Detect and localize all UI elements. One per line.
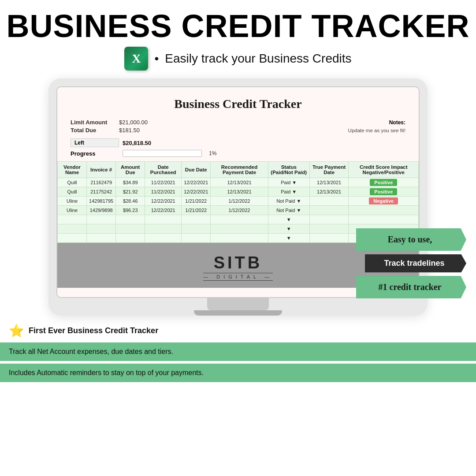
cell-impact <box>349 206 419 215</box>
col-date-purchased: Date Purchased <box>145 162 182 178</box>
cell-due-date: 12/22/2021 <box>182 187 211 197</box>
cell-status: Paid ▼ <box>268 178 309 187</box>
col-due-date: Due Date <box>182 162 211 178</box>
cell-rec-payment: 12/13/2021 <box>211 187 268 197</box>
col-invoice: Invoice # <box>87 162 116 178</box>
cell-invoice: 1429/9898 <box>87 206 116 215</box>
subtitle-row: • Easily track your Business Credits <box>0 47 476 71</box>
subtitle-text: Easily track your Business Credits <box>165 52 351 66</box>
cell-true-payment: 12/13/2021 <box>309 187 349 197</box>
table-row: Quill 21162479 $34.89 11/22/2021 12/22/2… <box>58 178 419 187</box>
main-title: BUSINESS CREDIT TRACKER <box>0 0 476 47</box>
green-bar-1: Track all Net Account expenses, due date… <box>0 342 476 361</box>
cell-vendor: Uline <box>58 197 87 206</box>
cell-status: Not Paid ▼ <box>268 197 309 206</box>
bottom-section: ⭐ First Ever Business Credit Tracker Tra… <box>0 319 476 382</box>
ribbon-dark-1: Track tradelines <box>365 254 466 272</box>
star-icon: ⭐ <box>9 324 24 338</box>
table-row: Uline 1429/9898 $96.23 12/22/2021 1/21/2… <box>58 206 419 215</box>
cell-due-date: 1/21/2022 <box>182 197 211 206</box>
monitor-base <box>207 298 269 310</box>
limit-value: $21,000.00 <box>119 119 172 126</box>
cell-vendor: Quill <box>58 187 87 197</box>
cell-invoice: 21162479 <box>87 178 116 187</box>
sheet-title: Business Credit Tracker <box>57 87 419 119</box>
col-status: Status (Paid/Not Paid) <box>268 162 309 178</box>
cell-rec-payment: 1/12/2022 <box>211 206 268 215</box>
notes-value: Update me as you see fit! <box>335 128 405 133</box>
progress-bar <box>123 150 202 157</box>
total-due-label: Total Due <box>71 127 119 134</box>
cell-vendor: Uline <box>58 206 87 215</box>
cell-date-purchased: 12/22/2021 <box>145 197 182 206</box>
table-row-empty: ▼ <box>58 215 419 224</box>
col-vendor: Vendor Name <box>58 162 87 178</box>
cell-due-date: 1/21/2022 <box>182 206 211 215</box>
cell-due-date: 12/22/2021 <box>182 178 211 187</box>
cell-rec-payment: 1/12/2022 <box>211 197 268 206</box>
cell-impact: Negative <box>349 197 419 206</box>
bullet: • <box>154 52 159 66</box>
cell-status: Paid ▼ <box>268 187 309 197</box>
col-rec-payment: Recommended Payment Date <box>211 162 268 178</box>
cell-impact: Positive <box>349 187 419 197</box>
star-row: ⭐ First Ever Business Credit Tracker <box>0 319 476 342</box>
cell-true-payment <box>309 197 349 206</box>
green-bar-2: Includes Automatic reminders to stay on … <box>0 364 476 382</box>
cell-date-purchased: 11/22/2021 <box>145 178 182 187</box>
cell-impact: Positive <box>349 178 419 187</box>
cell-amount: $28.46 <box>116 197 145 206</box>
col-true-payment: True Payment Date <box>309 162 349 178</box>
progress-pct: 1% <box>209 150 216 156</box>
left-label: Left <box>71 138 119 147</box>
cell-true-payment <box>309 206 349 215</box>
cell-vendor: Quill <box>58 178 87 187</box>
col-impact: Credit Score Impact Negative/Positive <box>349 162 419 178</box>
excel-icon <box>124 47 148 71</box>
progress-fill <box>123 150 125 156</box>
ribbon-2: #1 credit tracker <box>356 276 466 298</box>
cell-status: Not Paid ▼ <box>268 206 309 215</box>
digital-text: — DIGITAL — <box>203 273 273 281</box>
cell-invoice: 142981795 <box>87 197 116 206</box>
cell-date-purchased: 12/22/2021 <box>145 206 182 215</box>
notes-label: Notes: <box>335 119 405 126</box>
progress-label: Progress <box>71 150 119 157</box>
ribbon-1: Easy to use, <box>356 228 466 251</box>
table-row: Uline 142981795 $28.46 12/22/2021 1/21/2… <box>58 197 419 206</box>
total-due-value: $181.50 <box>119 127 172 134</box>
cell-invoice: 21175242 <box>87 187 116 197</box>
cell-date-purchased: 11/22/2021 <box>145 187 182 197</box>
cell-rec-payment: 12/13/2021 <box>211 178 268 187</box>
cell-amount: $34.89 <box>116 178 145 187</box>
star-text: First Ever Business Credit Tracker <box>29 326 158 335</box>
cell-true-payment: 12/13/2021 <box>309 178 349 187</box>
table-row: Quill 21175242 $21.92 11/22/2021 12/22/2… <box>58 187 419 197</box>
cell-amount: $21.92 <box>116 187 145 197</box>
col-amount: Amount Due <box>116 162 145 178</box>
monitor-stand <box>194 310 282 316</box>
cell-amount: $96.23 <box>116 206 145 215</box>
left-value: $20,818.50 <box>119 140 176 146</box>
limit-label: Limit Amount <box>71 119 119 126</box>
